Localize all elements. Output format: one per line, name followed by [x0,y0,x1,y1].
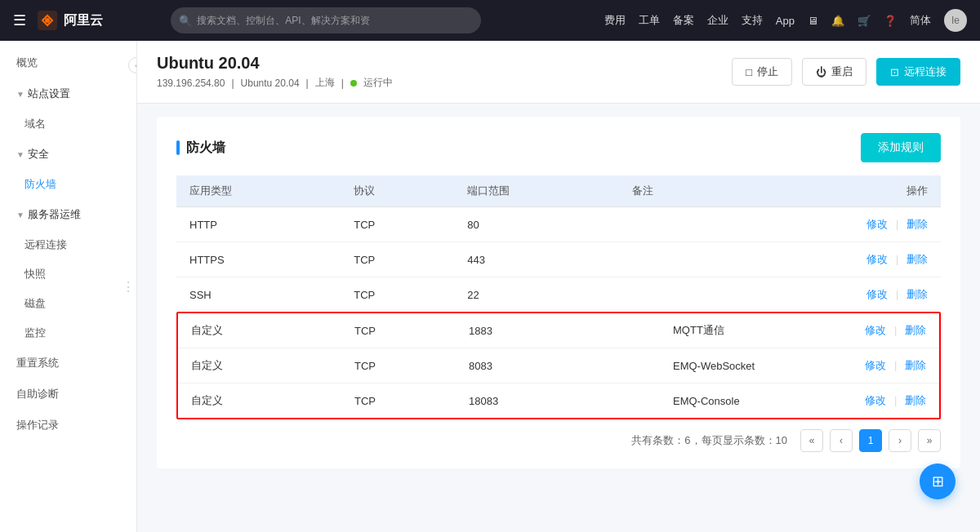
highlighted-table-body: 自定义 TCP 1883 MQTT通信 修改 | 删除 [178,313,939,418]
sidebar-item-domain[interactable]: 域名 [0,109,136,139]
sidebar-section-label: 安全 [28,147,49,162]
bell-icon[interactable]: 🔔 [831,15,844,27]
action-separator: | [896,288,898,300]
cell-action: 修改 | 删除 [814,313,939,348]
col-header-protocol: 协议 [341,175,454,207]
cell-port: 18083 [456,383,660,419]
cell-note: MQTT通信 [660,313,814,348]
chevron-down-icon: ▼ [16,211,24,219]
table-wrapper: 应用类型 协议 端口范围 备注 操作 HTTP TCP 80 [176,175,941,419]
sidebar-item-label: 重置系统 [16,356,59,370]
sidebar-item-overview[interactable]: 概览 [0,47,136,78]
table-row: 自定义 TCP 1883 MQTT通信 修改 | 删除 [178,313,939,348]
pagination-info: 共有条数：6，每页显示条数：10 [631,433,787,448]
firewall-table: 应用类型 协议 端口范围 备注 操作 HTTP TCP 80 [176,175,941,312]
floating-action-button[interactable]: ⊞ [920,463,956,499]
sidebar-item-firewall[interactable]: 防火墙 [0,170,136,199]
table-header: 应用类型 协议 端口范围 备注 操作 [176,175,941,207]
nav-item-app[interactable]: App [776,15,795,27]
sidebar-item-remote-connect[interactable]: 远程连接 [0,230,136,259]
restart-button[interactable]: ⏻ 重启 [802,58,866,86]
language-selector[interactable]: 简体 [910,13,931,28]
delete-link[interactable]: 删除 [906,218,928,230]
sidebar-section-security[interactable]: ▼ 安全 [0,139,136,170]
edit-link[interactable]: 修改 [866,218,888,230]
action-separator: | [896,253,898,265]
sidebar: ‹ 概览 ▼ 站点设置 域名 ▼ 安全 防火墙 ▼ 服务器运维 [0,41,137,532]
pagination-page-1-button[interactable]: 1 [859,429,882,452]
sidebar-section-server-ops[interactable]: ▼ 服务器运维 [0,199,136,230]
add-rule-button[interactable]: 添加规则 [861,133,941,162]
sidebar-item-reset-system[interactable]: 重置系统 [0,348,136,379]
separator: | [231,78,234,89]
sidebar-resize-handle[interactable]: ⋮ [122,279,135,295]
edit-link[interactable]: 修改 [865,359,886,371]
cell-action: 修改 | 删除 [732,242,941,277]
pagination-last-button[interactable]: » [918,429,941,452]
sidebar-item-operation-log[interactable]: 操作记录 [0,410,136,441]
search-input[interactable] [171,7,481,33]
nav-item-ticket[interactable]: 工单 [639,13,660,28]
edit-link[interactable]: 修改 [865,394,886,406]
restart-icon: ⏻ [816,66,826,78]
sidebar-item-label: 操作记录 [16,418,59,432]
page-title: Ubuntu 20.04 [157,54,393,73]
search-bar[interactable]: 🔍 [171,7,481,33]
sidebar-item-label: 防火墙 [24,178,56,190]
nav-item-record[interactable]: 备案 [673,13,694,28]
edit-link[interactable]: 修改 [865,324,886,336]
remote-connect-button[interactable]: ⊡ 远程连接 [876,58,960,86]
cell-port: 22 [454,277,618,313]
page-subtitle: 139.196.254.80 | Ubuntu 20.04 | 上海 | 运行中 [157,76,393,90]
cell-app-type: HTTP [176,207,341,242]
cell-protocol: TCP [341,383,456,419]
fab-icon: ⊞ [932,472,944,490]
delete-link[interactable]: 删除 [905,359,926,371]
status-dot-icon [350,80,357,86]
highlighted-rows-box: 自定义 TCP 1883 MQTT通信 修改 | 删除 [176,312,941,419]
pagination-first-button[interactable]: « [800,429,823,452]
col-header-note: 备注 [619,175,733,207]
delete-link[interactable]: 删除 [905,394,926,406]
hamburger-menu-icon[interactable]: ☰ [13,11,26,29]
cell-protocol: TCP [341,277,454,313]
sidebar-item-snapshot[interactable]: 快照 [0,259,136,289]
content-area: Ubuntu 20.04 139.196.254.80 | Ubuntu 20.… [137,41,980,532]
delete-link[interactable]: 删除 [905,324,926,336]
avatar[interactable]: Ie [944,9,967,32]
cell-app-type: 自定义 [178,313,341,348]
stop-button[interactable]: □ 停止 [732,58,792,86]
nav-item-enterprise[interactable]: 企业 [707,13,728,28]
help-icon[interactable]: ❓ [884,15,897,27]
sidebar-item-self-diagnosis[interactable]: 自助诊断 [0,379,136,410]
delete-link[interactable]: 删除 [906,288,928,300]
separator: | [306,78,309,89]
cell-action: 修改 | 删除 [814,348,939,383]
sidebar-item-monitor[interactable]: 监控 [0,318,136,348]
page-header: Ubuntu 20.04 139.196.254.80 | Ubuntu 20.… [137,41,980,104]
instance-os: Ubuntu 20.04 [241,78,300,89]
sidebar-section-site-settings[interactable]: ▼ 站点设置 [0,78,136,109]
table-row: SSH TCP 22 修改 | 删除 [176,277,941,313]
pagination-prev-button[interactable]: ‹ [830,429,853,452]
cart-icon[interactable]: 🛒 [858,15,871,27]
cell-app-type: SSH [176,277,341,313]
cell-note [619,242,733,277]
sidebar-item-label: 磁盘 [24,297,46,309]
pagination-next-button[interactable]: › [889,429,911,452]
logo[interactable]: 阿里云 [36,9,103,32]
edit-link[interactable]: 修改 [866,253,888,265]
delete-link[interactable]: 删除 [906,253,928,265]
col-header-port: 端口范围 [454,175,618,207]
edit-link[interactable]: 修改 [866,288,888,300]
cell-app-type: 自定义 [178,348,341,383]
nav-item-support[interactable]: 支持 [742,13,763,28]
cell-app-type: 自定义 [178,383,341,419]
cell-protocol: TCP [341,207,454,242]
table-row: 自定义 TCP 8083 EMQ-WebSocket 修改 | 删除 [178,348,939,383]
page-actions: □ 停止 ⏻ 重启 ⊡ 远程连接 [732,58,960,86]
sidebar-item-disk[interactable]: 磁盘 [0,289,136,318]
screen-icon[interactable]: 🖥 [808,15,818,27]
cell-action: 修改 | 删除 [814,383,939,419]
nav-item-fee[interactable]: 费用 [604,13,626,28]
